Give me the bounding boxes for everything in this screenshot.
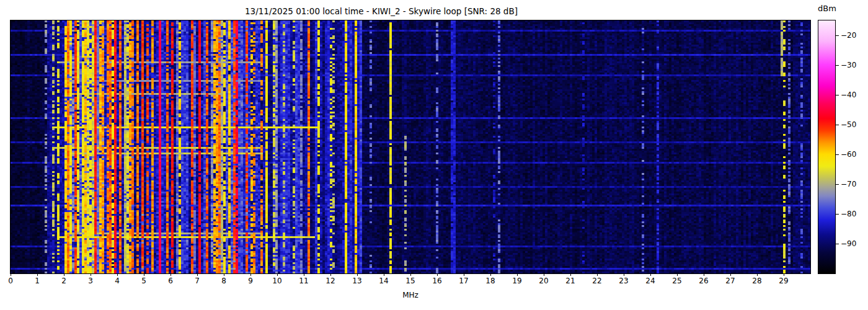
x-tick-label: 14 <box>379 277 388 285</box>
x-tick-label: 27 <box>725 277 735 285</box>
colorbar-tick-label: −70 <box>841 180 856 188</box>
x-tick-label: 4 <box>115 277 120 285</box>
chart-title: 13/11/2025 01:00 local time - KIWI_2 - S… <box>245 6 518 16</box>
colorbar-tick-mark <box>836 95 839 95</box>
x-tick-mark <box>37 273 38 276</box>
x-tick-label: 26 <box>699 277 708 285</box>
x-tick-label: 0 <box>8 277 13 285</box>
x-tick-label: 22 <box>592 277 601 285</box>
colorbar-tick-label: −90 <box>841 239 856 248</box>
x-tick-mark <box>704 273 704 276</box>
x-tick-mark <box>464 273 464 276</box>
x-tick-label: 1 <box>35 277 40 285</box>
waterfall-plot <box>11 20 810 273</box>
spectrogram-figure: 13/11/2025 01:00 local time - KIWI_2 - S… <box>0 0 868 310</box>
x-tick-mark <box>490 273 491 276</box>
x-tick-label: 3 <box>88 277 93 285</box>
colorbar-tick-mark <box>836 35 839 36</box>
x-tick-mark <box>650 273 651 276</box>
colorbar-tick-mark <box>836 154 839 155</box>
x-tick-mark <box>250 273 251 276</box>
x-tick-label: 23 <box>619 277 628 285</box>
x-tick-mark <box>730 273 731 276</box>
x-tick-label: 13 <box>352 277 361 285</box>
x-tick-mark <box>517 273 518 276</box>
x-tick-mark <box>11 273 11 276</box>
x-tick-mark <box>677 273 678 276</box>
x-tick-mark <box>277 273 278 276</box>
colorbar-tick-mark <box>836 65 839 66</box>
colorbar-tick-mark <box>836 125 839 125</box>
x-tick-mark <box>117 273 118 276</box>
x-tick-mark <box>757 273 758 276</box>
x-tick-mark <box>624 273 624 276</box>
x-tick-label: 7 <box>195 277 200 285</box>
x-tick-mark <box>224 273 224 276</box>
x-tick-label: 28 <box>752 277 761 285</box>
x-tick-mark <box>570 273 571 276</box>
x-tick-label: 9 <box>248 277 253 285</box>
x-tick-label: 2 <box>61 277 66 285</box>
colorbar-tick-label: −40 <box>841 91 856 99</box>
x-tick-mark <box>437 273 438 276</box>
x-tick-label: 12 <box>326 277 335 285</box>
x-tick-mark <box>330 273 331 276</box>
x-tick-mark <box>384 273 384 276</box>
x-tick-mark <box>91 273 91 276</box>
colorbar-tick-mark <box>836 184 839 185</box>
colorbar-tick-label: −30 <box>841 61 856 69</box>
x-tick-mark <box>357 273 358 276</box>
colorbar-tick-mark <box>836 214 839 215</box>
x-tick-label: 25 <box>672 277 681 285</box>
x-tick-mark <box>597 273 598 276</box>
x-tick-mark <box>304 273 304 276</box>
colorbar-tick-label: −80 <box>841 210 856 218</box>
x-tick-mark <box>197 273 198 276</box>
x-tick-label: 20 <box>539 277 548 285</box>
x-tick-mark <box>410 273 411 276</box>
colorbar-tick-label: −50 <box>841 120 856 129</box>
x-tick-label: 18 <box>485 277 495 285</box>
colorbar <box>818 20 835 273</box>
x-tick-label: 19 <box>512 277 521 285</box>
x-tick-mark <box>784 273 784 276</box>
x-tick-mark <box>170 273 171 276</box>
x-tick-mark <box>64 273 64 276</box>
x-tick-mark <box>544 273 544 276</box>
x-axis-label: MHz <box>402 291 418 299</box>
x-tick-label: 8 <box>221 277 226 285</box>
colorbar-tick-label: −20 <box>841 31 856 40</box>
x-tick-label: 21 <box>565 277 575 285</box>
waterfall-canvas <box>11 20 810 273</box>
x-tick-label: 6 <box>168 277 173 285</box>
x-tick-label: 16 <box>432 277 441 285</box>
x-tick-label: 10 <box>272 277 281 285</box>
x-tick-label: 17 <box>459 277 468 285</box>
x-tick-label: 29 <box>779 277 788 285</box>
x-tick-label: 15 <box>405 277 415 285</box>
x-tick-mark <box>144 273 144 276</box>
colorbar-label: dBm <box>818 4 836 13</box>
colorbar-tick-mark <box>836 244 839 244</box>
colorbar-tick-label: −60 <box>841 150 856 159</box>
x-tick-label: 5 <box>141 277 146 285</box>
x-tick-label: 11 <box>299 277 308 285</box>
x-tick-label: 24 <box>645 277 655 285</box>
